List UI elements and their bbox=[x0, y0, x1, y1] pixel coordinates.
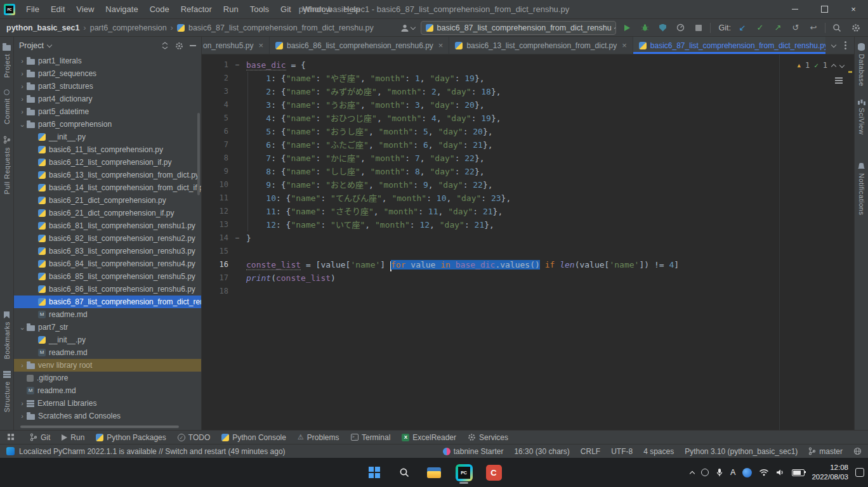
fold-marker[interactable]: − bbox=[232, 58, 242, 72]
editor-tab-basic6-87-list-comprehension-from-dict-renshu-py[interactable]: basic6_87_list_comprehension_from_dict_r… bbox=[633, 37, 825, 54]
tree-item-part1-literals[interactable]: ›part1_literals bbox=[14, 55, 201, 67]
tree-chevron-icon[interactable]: › bbox=[18, 70, 27, 77]
indent-style[interactable]: 4 spaces bbox=[643, 447, 674, 456]
tab-close-icon[interactable]: × bbox=[622, 41, 627, 50]
file-explorer-button[interactable] bbox=[422, 460, 446, 484]
gear-icon[interactable] bbox=[175, 42, 183, 50]
minimize-button[interactable] bbox=[780, 0, 810, 18]
tree-chevron-icon[interactable]: › bbox=[18, 399, 27, 407]
tree-item-basic6-83-list-comprehension-renshu3-py[interactable]: basic6_83_list_comprehension_renshu3.py bbox=[14, 245, 201, 257]
microphone-icon[interactable] bbox=[716, 468, 723, 477]
tree-chevron-icon[interactable]: ⌄ bbox=[18, 323, 27, 332]
notification-center-icon[interactable] bbox=[855, 468, 864, 477]
project-view-label[interactable]: Project bbox=[19, 41, 44, 50]
start-button[interactable] bbox=[362, 460, 386, 484]
push-button[interactable]: ↗ bbox=[772, 22, 784, 34]
tree-item-readme-md[interactable]: Mreadme.md bbox=[14, 346, 201, 359]
breadcrumb-item[interactable]: basic6_87_list_comprehension_from_dict_r… bbox=[188, 23, 374, 32]
tree-item-basic6-11-list-comprehension-py[interactable]: basic6_11_list_comprehension.py bbox=[14, 143, 201, 156]
tree-item-part5-datetime[interactable]: ›part5_datetime bbox=[14, 105, 201, 118]
menu-navigate[interactable]: Navigate bbox=[100, 0, 143, 19]
tree-item-external-libraries[interactable]: ›External Libraries bbox=[14, 397, 201, 410]
tree-chevron-icon[interactable]: › bbox=[18, 57, 27, 65]
tree-item-basic6-14-list-comprehension-from-dict-if-py[interactable]: basic6_14_list_comprehension_from_dict_i… bbox=[14, 181, 201, 194]
tree-item-part4-dictionary[interactable]: ›part4_dictionary bbox=[14, 93, 201, 105]
inspection-widget[interactable]: ▲ 1 ✓ 1 bbox=[797, 59, 844, 72]
undo-button[interactable]: ↩ bbox=[808, 22, 819, 34]
tray-expand-button[interactable] bbox=[690, 470, 694, 476]
commit-button[interactable]: ✓ bbox=[754, 22, 766, 34]
fold-marker[interactable]: − bbox=[232, 231, 242, 245]
tree-chevron-icon[interactable]: › bbox=[18, 95, 27, 103]
ime-indicator[interactable]: A bbox=[730, 468, 735, 477]
git-branch[interactable]: master bbox=[808, 447, 843, 456]
volume-icon[interactable] bbox=[776, 469, 785, 476]
toolwindow-run[interactable]: Run bbox=[62, 433, 84, 442]
run-configuration-select[interactable]: basic6_87_list_comprehension_from_dict_r… bbox=[421, 21, 616, 35]
toolwindow-python-packages[interactable]: Python Packages bbox=[96, 433, 166, 442]
more-options-icon[interactable] bbox=[845, 44, 846, 46]
toolwindow-button-project[interactable]: Project bbox=[3, 43, 11, 78]
breadcrumb-item[interactable]: part6_comprehension bbox=[90, 23, 167, 32]
menu-code[interactable]: Code bbox=[144, 0, 175, 19]
pycharm-taskbar-button[interactable]: PC bbox=[452, 460, 476, 484]
tree-item-scratches-and-consoles[interactable]: ›Scratches and Consoles bbox=[14, 410, 201, 422]
tree-item-basic6-82-list-comprehension-renshu2-py[interactable]: basic6_82_list_comprehension_renshu2.py bbox=[14, 232, 201, 245]
tree-item-basic6-21-dict-comprehension-py[interactable]: basic6_21_dict_comprehension.py bbox=[14, 194, 201, 207]
tray-app-icon[interactable] bbox=[701, 469, 709, 476]
tree-item-basic6-85-list-comprehension-renshu5-py[interactable]: basic6_85_list_comprehension_renshu5.py bbox=[14, 270, 201, 283]
user-account-button[interactable] bbox=[400, 22, 415, 34]
chevron-down-icon[interactable] bbox=[831, 42, 836, 47]
toolwindow-git[interactable]: Git bbox=[30, 433, 50, 442]
project-vertical-scrollbar[interactable] bbox=[197, 113, 200, 195]
close-button[interactable]: × bbox=[839, 0, 868, 18]
file-encoding[interactable]: UTF-8 bbox=[611, 447, 633, 456]
maximize-button[interactable] bbox=[810, 0, 839, 18]
toolwindow-button-commit[interactable]: Commit bbox=[3, 89, 11, 124]
next-problem-icon[interactable] bbox=[839, 62, 845, 67]
toolwindow-button-bookmarks[interactable]: Bookmarks bbox=[3, 311, 11, 360]
tab-close-icon[interactable]: × bbox=[258, 41, 263, 50]
rollback-button[interactable]: ↺ bbox=[790, 22, 801, 34]
menu-git[interactable]: Git bbox=[275, 0, 297, 19]
tree-item-basic6-84-list-comprehension-renshu4-py[interactable]: basic6_84_list_comprehension_renshu4.py bbox=[14, 257, 201, 270]
tree-item-readme-md[interactable]: Mreadme.md bbox=[14, 308, 201, 321]
search-everywhere-button[interactable] bbox=[831, 22, 843, 34]
tree-item-basic6-12-list-comprehension-if-py[interactable]: basic6_12_list_comprehension_if.py bbox=[14, 156, 201, 169]
tree-item-part7-str[interactable]: ⌄part7_str bbox=[14, 321, 201, 334]
tree-item-basic6-87-list-comprehension-from-dict-renshu[interactable]: basic6_87_list_comprehension_from_dict_r… bbox=[14, 295, 201, 308]
tray-blue-app-icon[interactable] bbox=[742, 468, 752, 477]
code-editor[interactable]: 1−base_dic = {2 1: {"name": "やぎ座", "mont… bbox=[202, 55, 854, 430]
battery-icon[interactable] bbox=[792, 469, 805, 476]
toolwindow-problems[interactable]: ⚠Problems bbox=[298, 433, 339, 442]
breadcrumb-item[interactable]: python_basic_sec1 bbox=[6, 23, 79, 32]
collapse-all-icon[interactable] bbox=[161, 42, 169, 49]
tree-chevron-icon[interactable]: › bbox=[18, 108, 27, 115]
c-app-button[interactable]: C bbox=[482, 460, 506, 484]
toolwindow-switcher-icon[interactable] bbox=[8, 434, 15, 441]
tree-item-venv-library-root[interactable]: ›venv library root bbox=[14, 359, 201, 372]
toolwindow-services[interactable]: Services bbox=[468, 433, 508, 442]
menu-run[interactable]: Run bbox=[218, 0, 244, 19]
toolwindow-button-structure[interactable]: Structure bbox=[3, 371, 11, 412]
debug-button[interactable] bbox=[640, 22, 651, 34]
tree-item--init-py[interactable]: __init__.py bbox=[14, 131, 201, 143]
globe-icon[interactable] bbox=[853, 447, 862, 455]
previous-problem-icon[interactable] bbox=[831, 64, 836, 69]
menu-refactor[interactable]: Refactor bbox=[175, 0, 218, 19]
tree-item-basic6-13-list-comprehension-from-dict-py[interactable]: basic6_13_list_comprehension_from_dict.p… bbox=[14, 169, 201, 181]
tree-chevron-icon[interactable]: › bbox=[18, 361, 27, 369]
editor-menu-icon[interactable] bbox=[835, 76, 843, 85]
editor-tab-on-renshu5-py[interactable]: on_renshu5.py× bbox=[202, 37, 270, 54]
tree-item-basic6-86-list-comprehension-renshu6-py[interactable]: basic6_86_list_comprehension_renshu6.py bbox=[14, 283, 201, 295]
toolwindow-python-console[interactable]: Python Console bbox=[221, 433, 286, 442]
toolwindow-button-notifications[interactable]: Notifications bbox=[858, 163, 865, 215]
tree-item-part6-comprehension[interactable]: ⌄part6_comprehension bbox=[14, 118, 201, 131]
stop-button[interactable] bbox=[693, 22, 704, 34]
tree-item-basic6-21-dict-comprehension-if-py[interactable]: basic6_21_dict_comprehension_if.py bbox=[14, 207, 201, 219]
toolwindow-button-sciview[interactable]: SciView bbox=[858, 98, 865, 134]
toolwindow-todo[interactable]: ✓TODO bbox=[178, 433, 210, 442]
tree-item-readme-md[interactable]: Mreadme.md bbox=[14, 384, 201, 397]
settings-button[interactable] bbox=[850, 22, 862, 34]
toolwindow-terminal[interactable]: >_Terminal bbox=[351, 433, 391, 442]
